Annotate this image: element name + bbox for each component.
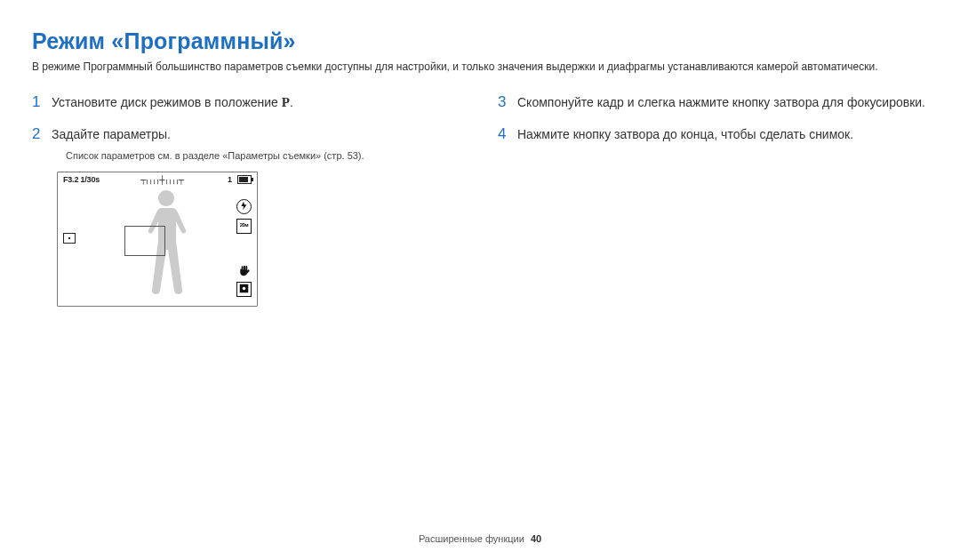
lcd-right-icons-bottom	[236, 264, 252, 297]
page-title: Режим «Программный»	[32, 28, 928, 54]
step-2-subnote: Список параметров см. в разделе «Парамет…	[66, 150, 462, 161]
lcd-aperture-shutter: F3.2 1/30s	[63, 175, 100, 184]
step-number: 2	[32, 123, 44, 146]
step-4: 4 Нажмите кнопку затвора до конца, чтобы…	[498, 123, 928, 146]
two-column-layout: 1 Установите диск режимов в положение P.…	[32, 91, 928, 307]
lcd-top-bar: F3.2 1/30s ┬╷╷╷╷┼╷╷╷╷┬ 1	[63, 175, 252, 184]
step-1-text: Установите диск режимов в положение P.	[52, 92, 462, 113]
step-1: 1 Установите диск режимов в положение P.	[32, 91, 462, 114]
svg-point-1	[243, 287, 245, 290]
lcd-right-icons-top: 20м	[236, 199, 252, 234]
step-number: 3	[498, 91, 510, 114]
step-3-text: Скомпонуйте кадр и слегка нажмите кнопку…	[517, 93, 928, 112]
af-focus-frame-icon	[124, 226, 165, 256]
lcd-ev-scale: ┬╷╷╷╷┼╷╷╷╷┬	[100, 175, 224, 184]
battery-icon	[237, 175, 252, 184]
step-4-text: Нажмите кнопку затвора до конца, чтобы с…	[517, 125, 928, 144]
lcd-shots-remaining: 1	[228, 175, 232, 184]
step-number: 1	[32, 91, 44, 114]
lcd-frame: F3.2 1/30s ┬╷╷╷╷┼╷╷╷╷┬ 1	[57, 172, 258, 307]
af-point-indicator-icon	[63, 233, 76, 244]
step-3: 3 Скомпонуйте кадр и слегка нажмите кноп…	[498, 91, 928, 114]
battery-fill	[239, 177, 248, 182]
metering-mode-icon	[236, 282, 252, 297]
footer-page-number: 40	[531, 533, 541, 544]
step-2: 2 Задайте параметры.	[32, 123, 462, 146]
step-1-pre: Установите диск режимов в положение	[52, 95, 282, 109]
manual-page: Режим «Программный» В режиме Программный…	[0, 0, 960, 560]
mode-dial-p-icon: P	[282, 95, 290, 109]
intro-paragraph: В режиме Программный большинство парамет…	[32, 60, 921, 75]
right-column: 3 Скомпонуйте кадр и слегка нажмите кноп…	[498, 91, 928, 154]
page-footer: Расширенные функции 40	[0, 533, 960, 544]
step-2-text: Задайте параметры.	[52, 125, 462, 144]
footer-section: Расширенные функции	[419, 533, 524, 544]
left-column: 1 Установите диск режимов в положение P.…	[32, 91, 462, 307]
step-1-post: .	[290, 95, 293, 109]
step-number: 4	[498, 123, 510, 146]
ois-hand-icon	[237, 264, 251, 277]
flash-off-icon	[236, 199, 252, 214]
image-size-icon: 20м	[236, 219, 252, 234]
camera-lcd-illustration: F3.2 1/30s ┬╷╷╷╷┼╷╷╷╷┬ 1	[57, 172, 462, 307]
